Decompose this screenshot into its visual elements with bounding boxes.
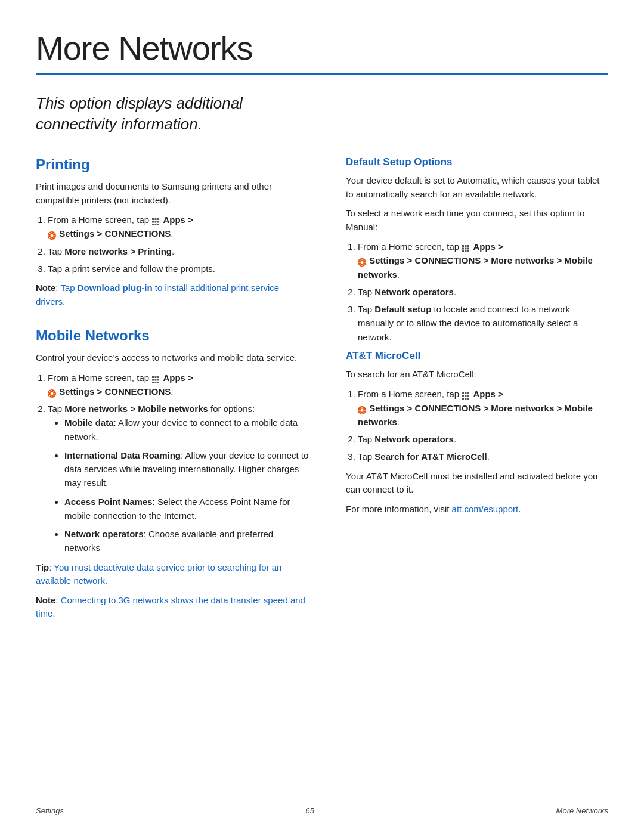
printing-step-3: Tap a print service and follow the promp…	[48, 262, 310, 275]
svg-rect-18	[155, 382, 157, 383]
printing-step-2: Tap More networks > Printing.	[48, 244, 310, 258]
mobile-option-apn: Access Point Names: Select the Access Po…	[64, 495, 310, 523]
svg-rect-23	[465, 245, 467, 247]
svg-rect-35	[467, 392, 469, 394]
default-setup-intro1: Your device default is set to Automatic,…	[346, 174, 608, 201]
title-rule	[36, 73, 608, 75]
default-setup-title: Default Setup Options	[346, 156, 608, 168]
right-column: Default Setup Options Your device defaul…	[346, 156, 608, 627]
svg-rect-36	[462, 395, 464, 397]
svg-rect-41	[467, 398, 469, 400]
mobile-option-data: Mobile data: Allow your device to connec…	[64, 416, 310, 444]
svg-rect-16	[157, 379, 159, 380]
att-outro2: For more information, visit att.com/esup…	[346, 503, 608, 516]
printing-section-title: Printing	[36, 156, 310, 173]
printing-note: Note: Tap Download plug-in to install ad…	[36, 281, 310, 308]
svg-rect-27	[467, 248, 469, 250]
svg-rect-4	[155, 221, 157, 223]
svg-rect-24	[467, 245, 469, 247]
printing-steps: From a Home screen, tap	[48, 213, 310, 275]
apps-grid-icon-4	[462, 390, 470, 398]
svg-point-21	[51, 392, 54, 395]
svg-point-43	[361, 408, 364, 411]
printing-step-1: From a Home screen, tap	[48, 213, 310, 241]
att-outro1: Your AT&T MicroCell must be installed an…	[346, 470, 608, 497]
svg-rect-14	[152, 379, 154, 380]
att-step-3: Tap Search for AT&T MicroCell.	[358, 450, 608, 463]
settings-cog-icon-2	[48, 388, 56, 396]
att-link[interactable]: att.com/esupport	[452, 504, 519, 514]
left-column: Printing Print images and documents to S…	[36, 156, 310, 627]
printing-intro: Print images and documents to Samsung pr…	[36, 180, 310, 207]
mobile-option-operators: Network operators: Choose available and …	[64, 527, 310, 555]
svg-rect-5	[157, 221, 159, 223]
svg-rect-12	[155, 376, 157, 378]
svg-rect-40	[465, 398, 467, 400]
svg-rect-3	[152, 221, 154, 223]
mobile-tip: Tip: You must deactivate data service pr…	[36, 561, 310, 588]
svg-rect-19	[157, 382, 159, 383]
svg-rect-13	[157, 376, 159, 378]
svg-rect-28	[462, 250, 464, 252]
default-step-2: Tap Network operators.	[358, 285, 608, 299]
page-subtitle: This option displays additional connecti…	[36, 93, 310, 135]
mobile-networks-section-title: Mobile Networks	[36, 327, 310, 344]
apps-grid-icon-3	[462, 243, 470, 251]
mobile-step-1: From a Home screen, tap	[48, 371, 310, 399]
mobile-networks-steps: From a Home screen, tap	[48, 371, 310, 555]
svg-rect-2	[157, 218, 159, 220]
default-step-3: Tap Default setup to locate and connect …	[358, 302, 608, 344]
att-step-2: Tap Network operators.	[358, 432, 608, 446]
svg-rect-30	[467, 250, 469, 252]
mobile-option-roaming: International Data Roaming: Allow your d…	[64, 448, 310, 490]
default-setup-intro2: To select a network each time you connec…	[346, 207, 608, 234]
svg-rect-33	[462, 392, 464, 394]
mobile-note: Note: Connecting to 3G networks slows th…	[36, 594, 310, 621]
svg-rect-1	[155, 218, 157, 220]
svg-rect-38	[467, 395, 469, 397]
svg-rect-29	[465, 250, 467, 252]
svg-rect-11	[152, 376, 154, 378]
settings-cog-icon-4	[358, 404, 366, 413]
svg-rect-17	[152, 382, 154, 383]
svg-rect-15	[155, 379, 157, 380]
mobile-note-label: Note	[36, 595, 55, 605]
default-step-1: From a Home screen, tap	[358, 240, 608, 281]
footer-page-number: 65	[306, 806, 314, 815]
footer-right: More Networks	[556, 806, 608, 815]
svg-rect-22	[462, 245, 464, 247]
settings-cog-icon-1	[48, 230, 56, 238]
svg-rect-6	[152, 224, 154, 225]
svg-rect-0	[152, 218, 154, 220]
main-content: Printing Print images and documents to S…	[36, 156, 608, 627]
printing-note-label: Note	[36, 283, 55, 293]
svg-rect-26	[465, 248, 467, 250]
apps-grid-icon	[151, 216, 160, 224]
att-steps: From a Home screen, tap	[358, 387, 608, 463]
page-footer: Settings 65 More Networks	[0, 800, 644, 815]
settings-cog-icon-3	[358, 256, 366, 265]
footer-left: Settings	[36, 806, 64, 815]
mobile-options-list: Mobile data: Allow your device to connec…	[64, 416, 310, 555]
default-setup-steps: From a Home screen, tap	[358, 240, 608, 344]
svg-rect-25	[462, 248, 464, 250]
svg-point-32	[361, 261, 364, 264]
svg-rect-7	[155, 224, 157, 225]
mobile-step-2: Tap More networks > Mobile networks for …	[48, 402, 310, 555]
svg-point-10	[51, 234, 54, 237]
svg-rect-8	[157, 224, 159, 225]
mobile-networks-intro: Control your device’s access to networks…	[36, 351, 310, 365]
att-microcell-title: AT&T MicroCell	[346, 350, 608, 362]
mobile-tip-label: Tip	[36, 562, 49, 572]
page-title: More Networks	[36, 29, 608, 67]
svg-rect-37	[465, 395, 467, 397]
att-intro: To search for an AT&T MicroCell:	[346, 368, 608, 382]
svg-rect-39	[462, 398, 464, 400]
apps-grid-icon-2	[151, 374, 160, 382]
svg-rect-34	[465, 392, 467, 394]
att-step-1: From a Home screen, tap	[358, 387, 608, 429]
